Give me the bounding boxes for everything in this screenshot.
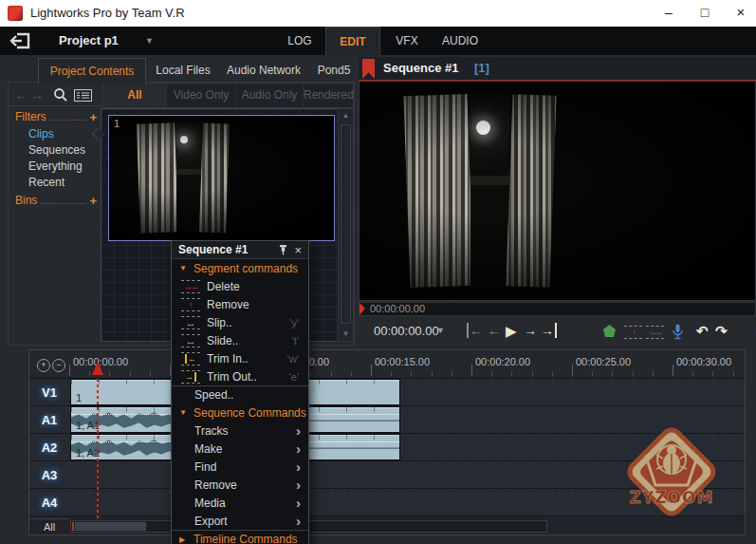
collapse-icon: ▼ xyxy=(179,264,191,272)
track-label-a2[interactable]: A2 xyxy=(29,434,69,461)
browser-tab-project-contents[interactable]: Project Contents xyxy=(38,58,146,84)
submenu-icon: › xyxy=(296,422,301,439)
ruler-label: 00:00:20.00 xyxy=(475,356,530,367)
search-icon[interactable] xyxy=(53,87,67,103)
scroll-up-icon[interactable]: ▲ xyxy=(339,109,353,122)
delete-segment-button[interactable]: →← xyxy=(646,326,664,339)
project-selector[interactable]: Project p1 xyxy=(59,27,119,55)
timeline-ruler[interactable]: + − 00:00:00.00 00:00:05.00 00:00:10.00 … xyxy=(29,350,745,379)
slip-icon: ↔ xyxy=(181,316,200,329)
close-button[interactable]: × xyxy=(725,0,756,27)
add-bin-button[interactable]: + xyxy=(89,196,97,207)
undo-button[interactable]: ↶ xyxy=(696,317,709,345)
clip-preview-image xyxy=(109,116,334,240)
ruler-label: 00:00:15.00 xyxy=(375,356,430,367)
viewer-title: Sequence #1 xyxy=(383,57,459,80)
add-filter-button[interactable]: + xyxy=(89,112,97,123)
timeline-playhead[interactable] xyxy=(92,362,103,375)
context-menu-title: Sequence #1 xyxy=(178,243,279,256)
timecode-dropdown-icon[interactable]: ▼ xyxy=(436,317,445,345)
submenu-icon: › xyxy=(296,477,301,493)
ruler-label: 00:00:25.00 xyxy=(576,356,631,367)
sidebar-item-everything[interactable]: Everything xyxy=(28,159,95,175)
scrollbar-thumb[interactable] xyxy=(341,124,351,324)
step-back-button[interactable]: ← xyxy=(488,317,501,345)
tab-edit[interactable]: EDIT xyxy=(325,27,380,56)
filter-tab-rendered[interactable]: Rendered xyxy=(304,84,353,107)
track-label-a1[interactable]: A1 xyxy=(29,406,69,434)
context-menu-header: Sequence #1 × xyxy=(172,241,308,259)
go-to-start-button[interactable]: ← xyxy=(467,317,483,345)
close-icon[interactable]: × xyxy=(294,243,302,257)
maximize-button[interactable]: □ xyxy=(689,0,721,27)
sidebar-item-sequences[interactable]: Sequences xyxy=(28,142,95,159)
remove-segment-button[interactable]: ↑ xyxy=(624,326,642,339)
menu-item-speed[interactable]: Speed.. xyxy=(172,385,308,403)
app-icon xyxy=(8,6,23,21)
tab-log[interactable]: LOG xyxy=(275,27,324,55)
scrub-playhead-icon[interactable] xyxy=(360,303,365,315)
redo-button[interactable]: ↷ xyxy=(715,317,728,345)
menu-section-segment-commands[interactable]: ▼ Segment commands xyxy=(172,259,308,277)
tab-audio[interactable]: AUDIO xyxy=(433,27,488,55)
sidebar-item-clips[interactable]: Clips xyxy=(28,126,95,142)
step-forward-button[interactable]: → xyxy=(524,317,537,345)
filter-tab-all[interactable]: All xyxy=(103,84,167,107)
zoom-in-icon[interactable]: + xyxy=(37,359,50,372)
minimize-button[interactable]: – xyxy=(653,0,685,27)
go-to-end-button[interactable]: → xyxy=(541,317,557,345)
menu-item-trim-out[interactable]: → Trim Out.. 'e' xyxy=(172,367,308,385)
menu-section-timeline-commands[interactable]: ▶ Timeline Commands xyxy=(172,530,308,544)
play-button[interactable]: ▶ xyxy=(506,317,517,345)
menu-item-slip[interactable]: ↔ Slip.. 'y' xyxy=(172,313,308,331)
filter-tab-audio-only[interactable]: Audio Only xyxy=(236,84,304,107)
browser-tab-audio-network[interactable]: Audio Network xyxy=(220,58,307,83)
browser-tab-local-files[interactable]: Local Files xyxy=(152,58,214,83)
window-titlebar: Lightworks Pro by Team V.R – □ × xyxy=(0,0,756,27)
browser-tab-pond5[interactable]: Pond5 xyxy=(313,58,355,83)
filter-tab-video-only[interactable]: Video Only xyxy=(167,84,236,107)
scrub-timecode: 00:00:00.00 xyxy=(370,302,425,316)
filters-section: Filters + xyxy=(15,108,97,123)
clip-number-badge: 1 xyxy=(114,118,120,129)
h-scrollbar-thumb[interactable] xyxy=(75,522,146,531)
trim-in-icon: ← xyxy=(181,352,200,366)
exit-project-icon[interactable] xyxy=(9,31,31,50)
shortcut-key: 'y' xyxy=(289,317,299,328)
shortcut-key: 't' xyxy=(292,335,299,347)
microphone-icon[interactable] xyxy=(672,324,684,340)
timecode-display[interactable]: 00:00:00.00 xyxy=(374,317,439,345)
track-label-a3[interactable]: A3 xyxy=(29,461,69,489)
tab-vfx[interactable]: VFX xyxy=(383,27,431,55)
menu-item-media[interactable]: Media › xyxy=(172,494,308,512)
track-label-v1[interactable]: V1 xyxy=(29,379,69,406)
viewer-counter: [1] xyxy=(474,57,489,80)
nav-forward-icon[interactable]: → xyxy=(29,84,45,106)
menu-item-tracks[interactable]: Tracks › xyxy=(172,422,308,440)
zyzoom-watermark: ZYZOOM xyxy=(618,419,725,525)
clip-thumbnail[interactable]: 1 xyxy=(108,115,335,241)
menu-item-slide[interactable]: ↔ Slide.. 't' xyxy=(172,331,308,349)
sidebar-item-recent[interactable]: Recent xyxy=(28,175,95,191)
menu-item-remove[interactable]: ↑ Remove xyxy=(172,295,308,313)
menu-item-trim-in[interactable]: ← Trim In.. 'w' xyxy=(172,349,308,367)
menu-item-remove-sub[interactable]: Remove › xyxy=(172,476,308,494)
browser-scrollbar[interactable]: ▲ ▼ xyxy=(338,108,354,342)
nav-back-icon[interactable]: ← xyxy=(13,84,28,106)
project-dropdown-icon[interactable]: ▼ xyxy=(145,27,154,55)
expand-icon: ▶ xyxy=(179,535,191,544)
menu-section-sequence-commands[interactable]: ▼ Sequence Commands xyxy=(172,403,308,422)
list-view-icon[interactable] xyxy=(74,89,92,102)
submenu-icon: › xyxy=(296,441,301,457)
scroll-down-icon[interactable]: ▼ xyxy=(339,328,353,341)
all-tracks-button[interactable]: All xyxy=(29,518,69,535)
menu-item-export[interactable]: Export › xyxy=(172,512,308,530)
menu-item-find[interactable]: Find › xyxy=(172,458,308,476)
pin-icon[interactable] xyxy=(279,244,287,255)
track-label-a4[interactable]: A4 xyxy=(29,489,69,516)
menu-item-make[interactable]: Make › xyxy=(172,440,308,458)
ruler-label: 00:00:30.00 xyxy=(676,356,731,367)
zoom-out-icon[interactable]: − xyxy=(52,359,65,372)
window-title: Lightworks Pro by Team V.R xyxy=(30,0,185,27)
menu-item-delete[interactable]: →← Delete xyxy=(172,277,308,295)
